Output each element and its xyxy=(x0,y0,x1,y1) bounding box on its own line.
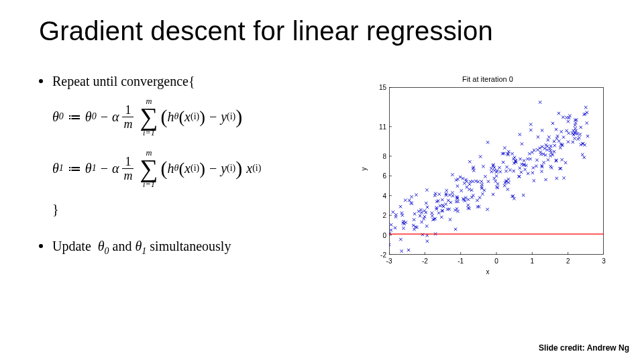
theta1-update-equation: θ1 ≔ θ1 − α 1 m m ∑ i=1 ( hθ ( x(i) ) xyxy=(52,149,261,188)
chart-xlabel: x xyxy=(361,268,614,276)
chart-ytick: 15 xyxy=(366,84,386,91)
chart-ytick: 2 xyxy=(366,212,386,219)
algo-theta1-row: θ1 ≔ θ1 − α 1 m m ∑ i=1 ( hθ ( x(i) ) xyxy=(39,149,354,188)
scatter-plot xyxy=(389,87,604,255)
chart-title: Fit at iteration 0 xyxy=(361,75,614,83)
algo-update-row: Update θ0 and θ1 simultaneously xyxy=(39,237,354,258)
algo-repeat-row: Repeat until convergence{ xyxy=(39,72,354,90)
summation-icon: m ∑ i=1 xyxy=(140,149,158,188)
chart-xtick: 1 xyxy=(531,257,535,265)
frac-1-over-m: 1 m xyxy=(121,104,135,130)
chart-ytick: 11 xyxy=(366,123,386,130)
chart-xtick: -1 xyxy=(458,257,464,265)
algorithm-block: Repeat until convergence{ θ0 ≔ θ0 − α 1 … xyxy=(39,72,354,262)
theta0-update-equation: θ0 ≔ θ0 − α 1 m m ∑ i=1 ( hθ ( x(i) ) xyxy=(52,97,242,137)
summation-icon: m ∑ i=1 xyxy=(140,97,158,137)
chart-plot-area xyxy=(389,87,604,255)
chart-xtick: -3 xyxy=(386,257,392,265)
bullet-icon xyxy=(39,244,43,248)
chart-xtick: -2 xyxy=(422,257,428,265)
slide: Gradient descent for linear regression R… xyxy=(0,0,644,362)
chart-xtick: 2 xyxy=(566,257,570,265)
chart-ytick: 8 xyxy=(366,152,386,160)
svg-rect-0 xyxy=(390,88,604,255)
chart-xtick: 3 xyxy=(602,257,606,265)
bullet-icon xyxy=(39,79,43,83)
chart-ytick: -2 xyxy=(366,251,386,259)
algo-close-row: } xyxy=(39,200,354,219)
chart-ytick: 0 xyxy=(366,231,386,239)
fit-chart: Fit at iteration 0 y x -2024681115-3-2-1… xyxy=(361,75,614,278)
chart-ytick: 4 xyxy=(366,192,386,199)
chart-ylabel: y xyxy=(360,168,368,171)
chart-ytick: 6 xyxy=(366,172,386,180)
algo-update-text: Update θ0 and θ1 simultaneously xyxy=(52,237,231,258)
slide-credit: Slide credit: Andrew Ng xyxy=(539,343,629,353)
algo-theta0-row: θ0 ≔ θ0 − α 1 m m ∑ i=1 ( hθ ( x(i) ) xyxy=(39,97,354,137)
algo-repeat-text: Repeat until convergence{ xyxy=(52,72,195,90)
frac-1-over-m: 1 m xyxy=(121,156,135,182)
slide-title: Gradient descent for linear regression xyxy=(39,16,493,46)
chart-xtick: 0 xyxy=(494,257,498,265)
